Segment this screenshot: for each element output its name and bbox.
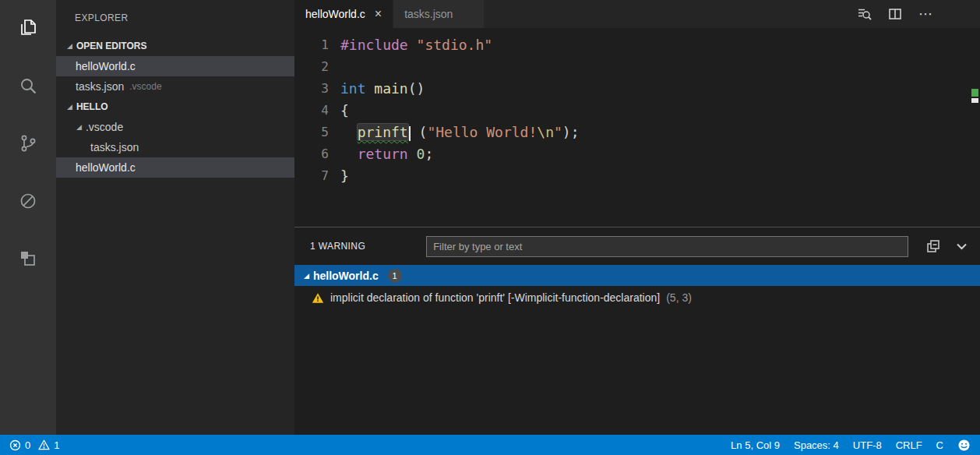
open-editor-item-helloworld[interactable]: helloWorld.c [56, 56, 294, 76]
tree-item-helloworld-c[interactable]: helloWorld.c [56, 157, 294, 178]
code-line[interactable]: 3int main() [294, 78, 980, 100]
tree-item-vscode-folder[interactable]: ◢ .vscode [56, 117, 294, 137]
warning-count: 1 [54, 439, 59, 451]
tree-item-label: tasks.json [90, 141, 139, 153]
feedback-smiley-button[interactable] [957, 439, 971, 452]
activity-debug[interactable] [9, 182, 47, 220]
close-icon[interactable]: × [375, 8, 382, 20]
line-content: int main() [340, 78, 425, 100]
activity-extensions[interactable] [9, 240, 47, 277]
activity-explorer[interactable] [9, 9, 47, 47]
open-editor-item-tasks[interactable]: tasks.json .vscode [56, 76, 294, 97]
code-token: ; [425, 146, 433, 162]
more-actions-icon: ⋯ [918, 5, 933, 23]
main-area: EXPLORER ◢ OPEN EDITORS helloWorld.c tas… [0, 0, 980, 435]
status-indentation[interactable]: Spaces: 4 [794, 439, 839, 451]
open-editors-header[interactable]: ◢ OPEN EDITORS [56, 36, 294, 56]
code-line[interactable]: 1#include "stdio.h" [294, 34, 980, 56]
explorer-sidebar: EXPLORER ◢ OPEN EDITORS helloWorld.c tas… [56, 0, 294, 435]
collapse-all-button[interactable] [925, 238, 941, 254]
tab-bar: helloWorld.c × tasks.json [294, 0, 980, 28]
open-editor-label: helloWorld.c [76, 60, 136, 72]
overview-ruler-scrollbar[interactable] [970, 28, 980, 227]
activity-search[interactable] [9, 67, 47, 104]
tree-item-label: helloWorld.c [76, 161, 136, 174]
open-editors-header-label: OPEN EDITORS [76, 41, 146, 51]
code-token: "stdio.h" [417, 37, 493, 53]
search-editor-icon [856, 6, 872, 22]
line-content: prinft ("Hello World!\n"); [340, 122, 580, 143]
twistie-icon: ◢ [76, 123, 82, 131]
twistie-icon: ◢ [67, 42, 72, 50]
tab-helloworld-c[interactable]: helloWorld.c × [294, 0, 393, 28]
editor-group: helloWorld.c × tasks.json [294, 0, 980, 435]
overview-warning-marker [971, 89, 978, 97]
search-editor-button[interactable] [856, 6, 872, 22]
code-line[interactable]: 7} [294, 165, 980, 187]
twistie-icon: ◢ [67, 103, 72, 111]
status-problems-summary[interactable]: 0 1 [9, 439, 59, 451]
problems-file-label: helloWorld.c [313, 270, 379, 282]
tree-item-tasks-json[interactable]: tasks.json [56, 137, 294, 157]
chevron-down-icon [954, 238, 969, 254]
feedback-smiley-icon [957, 439, 971, 452]
code-token: } [340, 168, 349, 184]
status-language-mode[interactable]: C [936, 439, 943, 451]
problems-panel: 1 WARNING [294, 227, 980, 435]
tree-item-label: .vscode [86, 121, 123, 133]
code-token: #include [340, 37, 408, 53]
status-errors[interactable]: 0 [9, 439, 30, 451]
code-line[interactable]: 6 return 0; [294, 143, 980, 165]
problems-filter-input[interactable] [426, 236, 908, 257]
split-editor-icon [887, 6, 903, 22]
line-number: 1 [294, 34, 329, 56]
status-cursor-position[interactable]: Ln 5, Col 9 [731, 439, 780, 451]
status-encoding[interactable]: UTF-8 [853, 439, 882, 451]
code-line[interactable]: 5 prinft ("Hello World!\n"); [294, 122, 980, 143]
problems-file-group-row[interactable]: ◢ helloWorld.c 1 [294, 265, 980, 286]
activity-source-control[interactable] [9, 125, 47, 162]
line-content: { [340, 100, 349, 122]
warning-triangle-icon [38, 439, 50, 450]
code-token: 0 [417, 146, 425, 162]
code-token: int [340, 80, 366, 97]
code-token: return [358, 146, 408, 162]
problem-item-row[interactable]: implicit declaration of function 'prinft… [294, 286, 980, 309]
overview-cursor-marker [971, 98, 978, 103]
line-number: 3 [294, 78, 329, 100]
close-panel-button[interactable] [954, 238, 969, 254]
code-token: ( [411, 124, 428, 140]
status-warnings[interactable]: 1 [38, 439, 59, 451]
line-content: } [340, 165, 349, 187]
code-line[interactable]: 2 [294, 56, 980, 78]
files-icon [17, 17, 39, 39]
problems-summary: 1 WARNING [310, 241, 365, 252]
extensions-icon [17, 248, 39, 270]
vscode-window: EXPLORER ◢ OPEN EDITORS helloWorld.c tas… [0, 0, 980, 455]
problems-count-badge: 1 [388, 269, 402, 283]
search-icon [17, 75, 39, 97]
code-lines: 1#include "stdio.h"23int main()4{5 prinf… [294, 34, 980, 187]
line-number: 6 [294, 143, 329, 165]
problem-location: (5, 3) [666, 291, 692, 304]
line-content: return 0; [340, 143, 433, 165]
status-eol[interactable]: CRLF [896, 439, 922, 451]
code-token [366, 80, 375, 97]
line-number: 2 [294, 56, 329, 78]
line-number: 5 [294, 122, 329, 143]
tab-label: tasks.json [404, 8, 453, 20]
tab-tasks-json[interactable]: tasks.json [393, 0, 484, 28]
line-number: 7 [294, 165, 329, 187]
code-token: " [554, 124, 562, 140]
warning-triangle-icon [312, 292, 324, 304]
split-editor-button[interactable] [887, 6, 903, 22]
code-editor[interactable]: 1#include "stdio.h"23int main()4{5 prinf… [294, 28, 980, 227]
problems-panel-header: 1 WARNING [294, 227, 980, 265]
more-actions-button[interactable]: ⋯ [918, 5, 933, 23]
panel-actions [925, 238, 969, 254]
line-number: 4 [294, 100, 329, 122]
code-line[interactable]: 4{ [294, 100, 980, 122]
folder-section-header[interactable]: ◢ HELLO [56, 97, 294, 117]
tab-label: helloWorld.c [305, 8, 365, 20]
misspelled-token: prinft [358, 124, 408, 140]
